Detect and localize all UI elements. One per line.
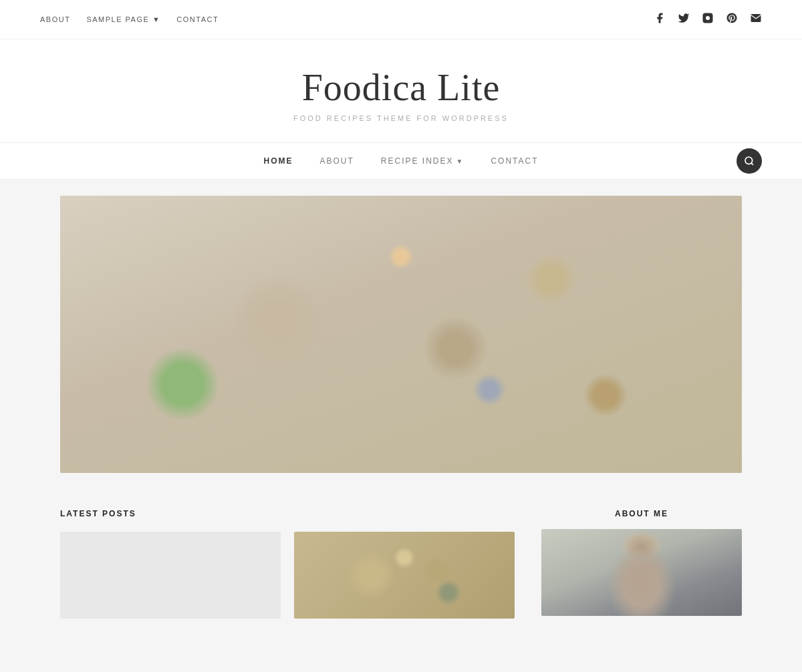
svg-point-2 — [745, 157, 753, 164]
dropdown-chevron-icon: ▼ — [152, 15, 160, 23]
about-me-title: ABOUT ME — [541, 509, 742, 518]
svg-line-3 — [751, 163, 753, 165]
topbar-link-sample-page[interactable]: SAMPLE PAGE ▼ — [86, 15, 160, 23]
post-card-1[interactable] — [60, 532, 281, 619]
top-bar-left-nav: ABOUT SAMPLE PAGE ▼ CONTACT — [40, 15, 219, 23]
nav-link-about[interactable]: ABOUT — [319, 156, 354, 166]
about-me-image — [541, 529, 742, 616]
mail-icon[interactable] — [750, 12, 762, 27]
recipe-index-chevron-icon: ▼ — [456, 158, 464, 165]
site-tagline: FOOD RECIPES THEME FOR WORDPRESS — [13, 114, 789, 122]
instagram-icon[interactable] — [702, 12, 714, 27]
top-bar: ABOUT SAMPLE PAGE ▼ CONTACT — [0, 0, 802, 39]
below-hero: LATEST POSTS ABOUT ME — [47, 489, 755, 619]
posts-grid — [60, 532, 515, 619]
hero-section: Breakfast Healthy Breakfast in 5 Minutes… — [60, 196, 742, 473]
pinterest-icon[interactable] — [726, 12, 738, 27]
latest-posts-title: LATEST POSTS — [60, 509, 515, 518]
twitter-icon[interactable] — [678, 12, 690, 27]
site-title: Foodica Lite — [13, 66, 789, 109]
main-nav: HOME ABOUT RECIPE INDEX ▼ CONTACT — [0, 142, 802, 180]
about-sidebar: ABOUT ME — [541, 509, 742, 619]
topbar-link-contact[interactable]: CONTACT — [176, 15, 219, 23]
post-card-2[interactable] — [294, 532, 515, 619]
nav-link-contact[interactable]: CONTACT — [491, 156, 538, 166]
search-button[interactable] — [737, 148, 762, 174]
facebook-icon[interactable] — [654, 12, 666, 27]
hero-image — [60, 196, 742, 473]
nav-link-recipe-index[interactable]: RECIPE INDEX ▼ — [381, 156, 464, 166]
latest-posts-section: LATEST POSTS — [60, 509, 515, 619]
site-header: Foodica Lite FOOD RECIPES THEME FOR WORD… — [0, 39, 802, 142]
nav-links: HOME ABOUT RECIPE INDEX ▼ CONTACT — [263, 143, 538, 179]
topbar-link-about[interactable]: ABOUT — [40, 15, 70, 23]
nav-link-home[interactable]: HOME — [263, 156, 293, 166]
top-bar-social — [654, 12, 762, 27]
